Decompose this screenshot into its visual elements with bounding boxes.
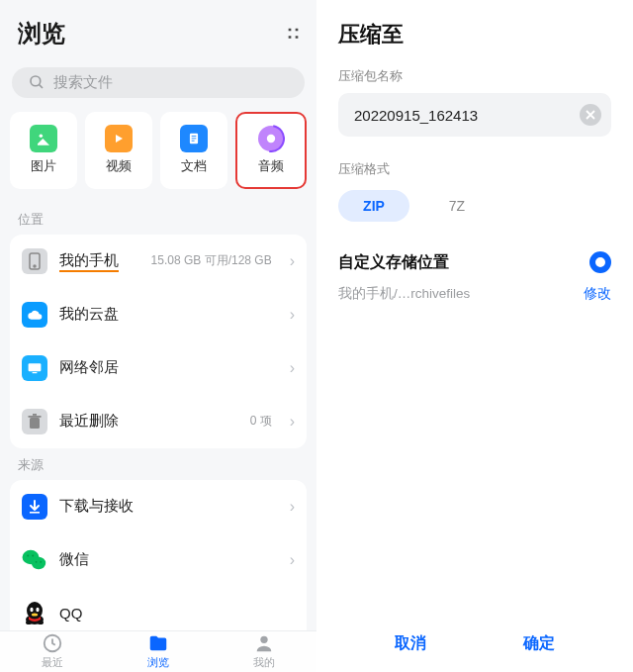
video-icon (105, 125, 133, 152)
row-wechat[interactable]: 微信 › (10, 533, 307, 587)
nav-browse[interactable]: 浏览 (106, 631, 212, 672)
network-icon (22, 355, 47, 381)
source-list: 下载与接收 › 微信 › QQ (10, 480, 307, 630)
svg-rect-4 (192, 136, 197, 137)
svg-point-20 (27, 554, 29, 556)
more-icon[interactable]: ∷ (282, 28, 304, 41)
format-7z[interactable]: 7Z (421, 190, 493, 222)
chevron-right-icon: › (290, 306, 295, 324)
category-docs[interactable]: 文档 (160, 112, 227, 189)
category-row: 图片 视频 文档 音频 (0, 108, 316, 203)
row-qq[interactable]: QQ (10, 587, 307, 630)
user-icon (253, 632, 275, 654)
storage-path: 我的手机/…rchivefiles (338, 285, 470, 303)
format-label: 压缩格式 (338, 160, 611, 178)
svg-point-23 (40, 560, 42, 562)
storage-path-row: 我的手机/…rchivefiles 修改 (338, 285, 611, 303)
nav-mine[interactable]: 我的 (211, 631, 316, 672)
svg-point-29 (26, 621, 32, 624)
name-label: 压缩包名称 (338, 67, 611, 85)
svg-point-21 (32, 554, 34, 556)
image-icon (30, 125, 57, 152)
bottom-actions: 取消 确定 (316, 615, 633, 672)
custom-storage-label: 自定义存储位置 (338, 252, 449, 273)
row-recent-delete[interactable]: 最近删除 0 项 › (10, 395, 307, 448)
radio-on-icon[interactable] (589, 251, 611, 273)
wechat-icon (22, 547, 47, 573)
search-icon (28, 73, 45, 91)
svg-point-30 (38, 621, 44, 624)
section-location-label: 位置 (0, 203, 316, 235)
download-icon (22, 494, 47, 520)
compress-panel: 压缩至 压缩包名称 20220915_162413 压缩格式 ZIP 7Z 自定… (316, 0, 633, 672)
chevron-right-icon: › (290, 413, 295, 431)
chevron-right-icon: › (290, 359, 295, 377)
row-my-phone[interactable]: 我的手机 15.08 GB 可用/128 GB › (10, 235, 307, 288)
section-source-label: 来源 (0, 448, 316, 480)
modify-link[interactable]: 修改 (584, 285, 611, 303)
archive-name-input[interactable]: 20220915_162413 (338, 93, 611, 137)
cloud-icon (22, 302, 47, 328)
chevron-right-icon: › (290, 551, 295, 569)
row-network[interactable]: 网络邻居 › (10, 341, 307, 395)
category-audio[interactable]: 音频 (235, 112, 307, 189)
search-input[interactable]: 搜索文件 (12, 67, 305, 98)
format-row: ZIP 7Z (338, 190, 611, 222)
row-download[interactable]: 下载与接收 › (10, 480, 307, 533)
audio-icon (257, 125, 285, 152)
row-cloud[interactable]: 我的云盘 › (10, 288, 307, 341)
chevron-right-icon: › (290, 252, 295, 270)
category-videos[interactable]: 视频 (85, 112, 152, 189)
document-icon (180, 125, 208, 152)
svg-rect-6 (192, 141, 195, 142)
browse-panel: 浏览 ∷ 搜索文件 图片 视频 文档 音频 (0, 0, 316, 672)
svg-point-0 (31, 76, 41, 86)
clear-icon[interactable] (580, 104, 601, 126)
svg-point-22 (36, 560, 38, 562)
chevron-right-icon: › (290, 498, 295, 516)
qq-icon (22, 601, 47, 626)
bottom-nav: 最近 浏览 我的 (0, 630, 316, 672)
folder-icon (147, 632, 169, 654)
confirm-button[interactable]: 确定 (523, 633, 555, 654)
page-title: 浏览 (18, 18, 65, 49)
svg-rect-12 (29, 363, 42, 371)
svg-rect-5 (192, 138, 197, 139)
phone-icon (22, 248, 47, 274)
svg-point-27 (36, 607, 39, 611)
custom-storage-row[interactable]: 自定义存储位置 (338, 251, 611, 273)
svg-point-26 (30, 607, 33, 611)
clock-icon (42, 632, 63, 654)
svg-point-2 (40, 135, 43, 138)
svg-rect-14 (30, 418, 40, 429)
category-pictures[interactable]: 图片 (10, 112, 77, 189)
search-placeholder: 搜索文件 (53, 73, 113, 92)
location-list: 我的手机 15.08 GB 可用/128 GB › 我的云盘 › 网络邻居 › … (10, 235, 307, 448)
panel-title: 压缩至 (338, 20, 611, 49)
svg-point-32 (260, 636, 267, 643)
svg-point-11 (34, 265, 36, 267)
cancel-button[interactable]: 取消 (395, 633, 426, 654)
svg-rect-16 (33, 414, 37, 416)
svg-rect-15 (29, 416, 42, 418)
header: 浏览 ∷ (0, 0, 316, 55)
svg-rect-13 (33, 372, 38, 373)
nav-recent[interactable]: 最近 (0, 631, 106, 672)
trash-icon (22, 409, 47, 434)
svg-line-1 (40, 85, 43, 88)
svg-point-28 (32, 613, 38, 616)
svg-rect-17 (30, 512, 40, 514)
format-zip[interactable]: ZIP (338, 190, 409, 222)
svg-point-19 (32, 556, 45, 568)
svg-point-9 (267, 135, 275, 143)
archive-name-value: 20220915_162413 (354, 107, 580, 124)
